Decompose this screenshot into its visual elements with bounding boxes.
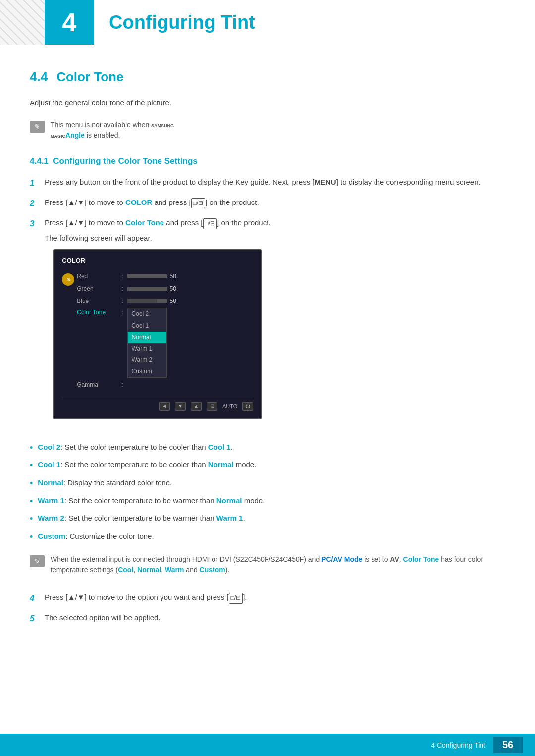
colortone-dropdown: Cool 2 Cool 1 Normal Warm 1 Warm 2 Custo…	[127, 308, 167, 378]
dropdown-cool1: Cool 1	[128, 320, 166, 332]
row-label-colortone: Color Tone	[77, 308, 121, 317]
footer-chapter-text: 4 Configuring Tint	[431, 741, 485, 749]
diagonal-background	[0, 0, 45, 45]
step-3-sub: The following screen will appear.	[45, 232, 271, 244]
step-5-text: The selected option will be applied.	[45, 612, 160, 624]
section-description: Adjust the general color tone of the pic…	[30, 97, 505, 109]
page-footer: 4 Configuring Tint 56	[0, 734, 535, 756]
dropdown-normal: Normal	[128, 332, 166, 343]
row-label-gamma: Gamma	[77, 380, 121, 390]
subsection-heading: 4.4.1 Configuring the Color Tone Setting…	[30, 156, 505, 166]
chapter-title: Configuring Tint	[109, 12, 255, 33]
bullet-cool2: • Cool 2: Set the color temperature to b…	[30, 442, 505, 454]
note-icon-1	[30, 121, 45, 133]
step-3: 3 Press [▲/▼] to move to Color Tone and …	[30, 217, 505, 432]
monitor-screenshot: COLOR ⊛ Red : 50	[54, 249, 262, 420]
dropdown-cool2: Cool 2	[128, 308, 166, 320]
section-title: Color Tone	[56, 69, 123, 85]
step-2-text: Press [▲/▼] to move to COLOR and press […	[45, 197, 259, 208]
bullet-cool1: • Cool 1: Set the color temperature to b…	[30, 459, 505, 472]
step-num-5: 5	[30, 612, 39, 625]
note-box-1: This menu is not available when SAMSUNGM…	[30, 118, 505, 143]
row-label-red: Red	[77, 272, 121, 281]
step-num-2: 2	[30, 197, 39, 210]
step-1: 1 Press any button on the front of the p…	[30, 176, 505, 190]
chapter-number: 4	[45, 0, 94, 45]
monitor-row-blue: Blue : 50	[77, 296, 253, 306]
step-4: 4 Press [▲/▼] to move to the option you …	[30, 591, 505, 605]
step-num-3: 3	[30, 217, 39, 230]
row-bar-green: 50	[127, 284, 176, 294]
ctrl-enter: ⊟	[207, 402, 217, 411]
chapter-title-area: Configuring Tint	[94, 0, 270, 45]
ctrl-up: ▲	[191, 402, 202, 411]
note-text-1: This menu is not available when SAMSUNGM…	[51, 120, 174, 141]
bullet-custom: • Custom: Customize the color tone.	[30, 531, 505, 544]
step-4-text: Press [▲/▼] to move to the option you wa…	[45, 591, 247, 603]
step-5: 5 The selected option will be applied.	[30, 612, 505, 625]
monitor-left: ⊛	[62, 271, 77, 392]
dropdown-warm1: Warm 1	[128, 343, 166, 354]
chapter-header: 4 Configuring Tint	[0, 0, 535, 45]
pcav-mode-link[interactable]: PC/AV Mode	[321, 555, 362, 563]
monitor-row-colortone: Color Tone : Cool 2 Cool 1 Normal Warm 1…	[77, 308, 253, 378]
ctrl-down: ▼	[175, 402, 186, 411]
monitor-content: ⊛ Red : 50	[62, 271, 253, 392]
monitor-menu-icon: ⊛	[62, 273, 74, 286]
step-3-text: Press [▲/▼] to move to Color Tone and pr…	[45, 218, 271, 227]
note-box-2: When the external input is connected thr…	[30, 553, 505, 577]
dropdown-warm2: Warm 2	[128, 354, 166, 366]
step-num-4: 4	[30, 591, 39, 605]
note-text-2: When the external input is connected thr…	[51, 554, 505, 575]
row-label-green: Green	[77, 284, 121, 294]
ctrl-auto-label: AUTO	[222, 403, 237, 411]
step-num-1: 1	[30, 176, 39, 190]
ctrl-power: ⏻	[242, 402, 253, 411]
monitor-rows: Red : 50 Green :	[77, 271, 253, 392]
step-1-text: Press any button on the front of the pro…	[45, 176, 481, 188]
step-3-content: Press [▲/▼] to move to Color Tone and pr…	[45, 217, 271, 432]
main-content: 4.4 Color Tone Adjust the general color …	[0, 69, 535, 675]
dropdown-custom: Custom	[128, 366, 166, 377]
bullet-normal: • Normal: Display the standard color ton…	[30, 477, 505, 490]
row-label-blue: Blue	[77, 297, 121, 306]
row-bar-blue: 50	[127, 297, 176, 306]
monitor-row-green: Green : 50	[77, 283, 253, 294]
section-heading: 4.4 Color Tone	[30, 69, 505, 85]
steps-list-2: 4 Press [▲/▼] to move to the option you …	[30, 591, 505, 625]
row-bar-red: 50	[127, 272, 176, 281]
steps-list: 1 Press any button on the front of the p…	[30, 176, 505, 432]
bullet-warm2: • Warm 2: Set the color temperature to b…	[30, 513, 505, 526]
monitor-menu-title: COLOR	[62, 256, 253, 266]
footer-page-number: 56	[493, 737, 523, 753]
section-number: 4.4	[30, 69, 48, 85]
ctrl-left: ◄	[159, 402, 170, 411]
note-icon-2	[30, 555, 45, 567]
monitor-controls: ◄ ▼ ▲ ⊟ AUTO ⏻	[62, 398, 253, 411]
step-2: 2 Press [▲/▼] to move to COLOR and press…	[30, 197, 505, 210]
bullet-warm1: • Warm 1: Set the color temperature to b…	[30, 495, 505, 508]
monitor-row-red: Red : 50	[77, 271, 253, 282]
bullet-list: • Cool 2: Set the color temperature to b…	[30, 442, 505, 544]
monitor-row-gamma: Gamma :	[77, 379, 253, 390]
